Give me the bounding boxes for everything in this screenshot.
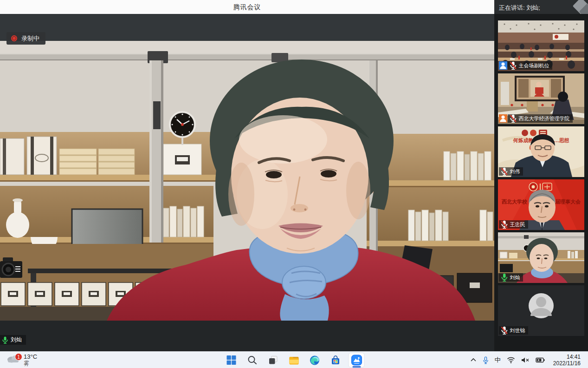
taskbar-app-icons xyxy=(221,352,367,368)
weather-condition: 雾 xyxy=(24,360,37,367)
mic-muted-icon xyxy=(510,114,517,123)
microsoft-store-icon xyxy=(330,355,341,366)
mic-on-icon xyxy=(2,336,8,344)
stage-speaker-name: 刘灿 xyxy=(11,336,22,344)
edge-button[interactable] xyxy=(304,352,325,368)
clock-block[interactable]: 14:41 2022/11/16 xyxy=(553,354,581,367)
tray-date: 2022/11/16 xyxy=(553,360,581,367)
file-explorer-icon xyxy=(288,355,299,365)
video-letterbox xyxy=(0,321,494,351)
participant-tile-main-hall[interactable]: 主会场副机位 xyxy=(498,20,584,71)
thumb-label: 西北大学经济管理学院 xyxy=(499,114,573,123)
search-button[interactable] xyxy=(242,352,263,368)
corner-diamond-logo xyxy=(572,0,588,14)
thumb-label: 王忠民 xyxy=(499,220,528,229)
weather-widget[interactable]: 1 13°C 雾 xyxy=(6,352,37,367)
participant-tile-liushijin[interactable]: 刘世锦 xyxy=(498,285,584,336)
participant-name: 西北大学经济管理学院 xyxy=(519,115,570,122)
thumb-label: 刘世锦 xyxy=(499,326,528,335)
participant-tile-nwu-school[interactable]: 西北大学经济管理学院 xyxy=(498,73,584,124)
microsoft-store-button[interactable] xyxy=(325,352,346,368)
thumbnail-list: 主会场副机位 xyxy=(498,20,584,336)
tray-time: 14:41 xyxy=(553,354,581,360)
thumb-label: 刘灿 xyxy=(499,273,523,282)
windows-start-icon xyxy=(226,355,236,365)
tencent-meeting-button[interactable] xyxy=(346,352,367,368)
svg-text:西北大学校: 西北大学校 xyxy=(501,199,528,204)
wifi-icon[interactable] xyxy=(507,357,515,363)
participants-sidebar: 正在讲话: 刘灿; xyxy=(494,0,588,351)
mic-on-icon xyxy=(501,273,508,282)
chevron-up-icon[interactable] xyxy=(470,357,477,363)
window-title: 腾讯会议 xyxy=(0,3,494,12)
mic-muted-icon xyxy=(501,326,508,335)
mic-muted-icon xyxy=(501,220,508,229)
task-view-button[interactable] xyxy=(263,352,284,368)
speaking-banner: 正在讲话: 刘灿; xyxy=(499,4,540,12)
participant-tile-liucan-self[interactable]: 刘灿 xyxy=(498,232,584,283)
file-explorer-button[interactable] xyxy=(284,352,304,368)
thumb-label: 主会场副机位 xyxy=(499,61,552,70)
person-badge-icon xyxy=(499,61,507,70)
battery-charging-icon[interactable] xyxy=(536,357,545,363)
mic-muted-icon xyxy=(501,167,508,176)
microphone-tray-icon[interactable] xyxy=(483,356,489,364)
main-stage: 录制中 刘灿 xyxy=(0,14,494,351)
tencent-meeting-icon xyxy=(351,355,362,366)
recording-label: 录制中 xyxy=(21,34,39,43)
task-view-icon xyxy=(268,355,278,365)
participant-name: 刘灿 xyxy=(510,274,520,281)
participant-tile-wangzhongmin[interactable]: 西北大学校 届理事大会 xyxy=(498,179,584,230)
participant-tile-liuwei[interactable]: 何炼成教授治学……思想 研 讨 xyxy=(498,126,584,177)
mic-muted-icon xyxy=(510,61,517,70)
record-icon xyxy=(11,35,17,41)
main-video[interactable] xyxy=(0,41,494,321)
volume-muted-icon[interactable] xyxy=(521,357,530,363)
participant-name: 主会场副机位 xyxy=(519,62,549,69)
windows-taskbar: 1 13°C 雾 xyxy=(0,351,588,368)
thumb-label: 刘伟 xyxy=(499,167,523,176)
edge-icon xyxy=(310,355,320,366)
notification-badge: 1 xyxy=(15,353,22,361)
weather-temperature: 13°C xyxy=(24,354,37,360)
participant-name: 刘世锦 xyxy=(510,327,525,334)
system-tray: 中 14:41 2022/11/16 xyxy=(470,352,581,368)
svg-text:届理事大会: 届理事大会 xyxy=(555,199,581,204)
main-video-scene xyxy=(0,41,494,321)
participant-name: 刘伟 xyxy=(510,168,520,175)
person-badge-icon xyxy=(499,114,507,123)
active-app-indicator xyxy=(352,366,361,368)
search-icon xyxy=(247,355,257,365)
start-button[interactable] xyxy=(221,352,242,368)
participant-name: 王忠民 xyxy=(510,221,525,228)
recording-badge[interactable]: 录制中 xyxy=(6,32,45,45)
ime-indicator[interactable]: 中 xyxy=(495,356,501,364)
stage-nametag: 刘灿 xyxy=(0,335,26,345)
